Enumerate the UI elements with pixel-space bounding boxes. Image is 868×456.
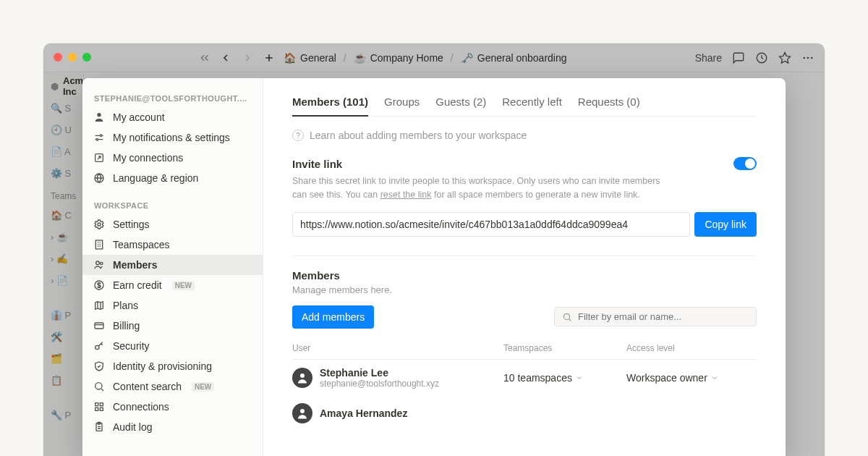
sidebar-item-label: My account: [113, 111, 165, 123]
grid-icon: [93, 400, 106, 413]
member-row[interactable]: Amaya Hernandez: [292, 396, 757, 431]
sidebar-item-identity-provisioning[interactable]: Identity & provisioning: [82, 356, 263, 376]
invite-link-toggle[interactable]: [733, 157, 757, 170]
member-name: Stephanie Lee: [320, 367, 439, 379]
svg-point-23: [563, 313, 569, 319]
sidebar-item-my-account[interactable]: My account: [82, 107, 263, 127]
sidebar-item-label: Audit log: [113, 421, 152, 433]
members-table-header: User Teamspaces Access level: [292, 343, 757, 360]
tab-members-[interactable]: Members (101): [292, 96, 368, 117]
col-teamspaces: Teamspaces: [503, 343, 626, 353]
svg-rect-10: [95, 240, 102, 249]
svg-point-15: [95, 345, 99, 349]
sidebar-item-billing[interactable]: Billing: [82, 316, 263, 336]
svg-point-16: [95, 383, 102, 389]
sidebar-item-label: Billing: [113, 320, 140, 332]
learn-text: Learn about adding members to your works…: [310, 130, 527, 141]
sidebar-item-earn-credit[interactable]: Earn creditNEW: [82, 275, 263, 295]
sidebar-item-label: Teamspaces: [113, 239, 170, 250]
shield-icon: [93, 360, 106, 373]
sidebar-item-security[interactable]: Security: [82, 336, 263, 356]
invite-link-description: Share this secret link to invite people …: [292, 174, 668, 202]
sidebar-item-label: Plans: [113, 300, 138, 311]
settings-modal: STEPHANIE@TOOLSFORTHOUGHT.... My account…: [82, 78, 786, 456]
filter-members-input[interactable]: [554, 307, 757, 326]
svg-rect-17: [95, 403, 98, 406]
add-members-button[interactable]: Add members: [292, 305, 374, 329]
tab-groups[interactable]: Groups: [384, 96, 420, 116]
tab-recently-left[interactable]: Recently left: [502, 96, 562, 116]
filter-input[interactable]: [578, 311, 749, 322]
access-level-cell[interactable]: Workspace owner: [626, 372, 757, 384]
reset-link[interactable]: reset the link: [380, 190, 432, 200]
sidebar-item-label: Identity & provisioning: [113, 360, 212, 372]
members-subtitle: Manage members here.: [292, 284, 757, 295]
new-badge: NEW: [192, 382, 214, 392]
person-icon: [93, 111, 106, 124]
sidebar-item-my-connections[interactable]: My connections: [82, 148, 263, 168]
svg-point-25: [300, 409, 305, 413]
gear-icon: [93, 218, 106, 231]
sidebar-item-language-region[interactable]: Language & region: [82, 168, 263, 188]
sidebar-item-label: My notifications & settings: [113, 132, 230, 143]
teamspaces-cell[interactable]: 10 teamspaces: [503, 372, 626, 384]
sidebar-item-label: Settings: [113, 219, 150, 230]
sidebar-item-label: Content search: [113, 381, 182, 392]
invite-link-title: Invite link: [292, 158, 342, 170]
building-icon: [93, 238, 106, 251]
col-user: User: [292, 343, 503, 353]
window-controls: [54, 53, 91, 62]
svg-point-12: [101, 262, 103, 264]
svg-point-4: [97, 113, 101, 117]
key-icon: [93, 339, 106, 352]
people-icon: [93, 258, 106, 271]
globe-icon: [93, 172, 106, 185]
avatar: [292, 368, 312, 388]
settings-content: Members (101)GroupsGuests (2)Recently le…: [263, 78, 786, 456]
members-title: Members: [292, 269, 757, 282]
sidebar-item-members[interactable]: Members: [82, 255, 263, 275]
chevron-down-icon: [575, 373, 584, 382]
map-icon: [93, 299, 106, 312]
svg-point-5: [100, 135, 102, 137]
svg-rect-14: [95, 323, 103, 329]
member-tabs: Members (101)GroupsGuests (2)Recently le…: [292, 96, 757, 117]
tab-requests-[interactable]: Requests (0): [578, 96, 640, 116]
sidebar-item-my-notifications-settings[interactable]: My notifications & settings: [82, 127, 263, 148]
sidebar-item-settings[interactable]: Settings: [82, 214, 263, 235]
svg-point-6: [96, 138, 98, 140]
sidebar-item-audit-log[interactable]: Audit log: [82, 417, 263, 437]
learn-link[interactable]: ? Learn about adding members to your wor…: [292, 130, 757, 141]
sidebar-item-label: My connections: [113, 152, 183, 164]
sidebar-item-label: Language & region: [113, 172, 198, 184]
account-section-header: STEPHANIE@TOOLSFORTHOUGHT....: [82, 88, 263, 107]
external-icon: [93, 151, 106, 164]
sidebar-item-connections[interactable]: Connections: [82, 397, 263, 417]
settings-modal-overlay[interactable]: STEPHANIE@TOOLSFORTHOUGHT.... My account…: [43, 43, 825, 456]
copy-link-button[interactable]: Copy link: [694, 212, 757, 237]
avatar: [292, 403, 312, 423]
svg-rect-19: [95, 408, 98, 410]
member-name: Amaya Hernandez: [320, 408, 407, 419]
svg-point-9: [98, 223, 101, 226]
sidebar-item-label: Members: [113, 259, 157, 271]
member-row[interactable]: Stephanie Leestephanie@toolsforthought.x…: [292, 360, 757, 396]
search-icon: [93, 380, 106, 393]
sidebar-item-teamspaces[interactable]: Teamspaces: [82, 235, 263, 255]
maximize-window-button[interactable]: [82, 53, 91, 62]
card-icon: [93, 319, 106, 332]
svg-rect-20: [100, 408, 103, 410]
tab-guests-[interactable]: Guests (2): [435, 96, 486, 116]
close-window-button[interactable]: [54, 53, 62, 62]
sidebar-item-plans[interactable]: Plans: [82, 295, 263, 316]
member-email: stephanie@toolsforthought.xyz: [320, 379, 439, 389]
invite-link-field[interactable]: https://www.notion.so/acmesite/invite/c4…: [292, 212, 690, 237]
minimize-window-button[interactable]: [68, 53, 77, 62]
svg-point-11: [96, 261, 100, 265]
col-access-level: Access level: [626, 343, 757, 353]
sidebar-item-content-search[interactable]: Content searchNEW: [82, 376, 263, 397]
circle-dollar-icon: [93, 279, 106, 292]
new-badge: NEW: [172, 281, 195, 290]
sliders-icon: [93, 131, 106, 144]
clipboard-icon: [93, 421, 106, 434]
